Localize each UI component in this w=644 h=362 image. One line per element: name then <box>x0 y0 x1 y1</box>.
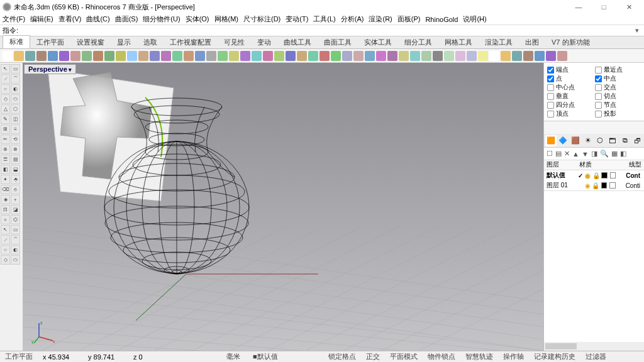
osnap-option[interactable]: 顶点 <box>547 109 594 118</box>
tool-button[interactable]: ◇ <box>1 255 10 265</box>
status-cplane[interactable]: 工作平面 <box>3 352 35 361</box>
toolbar-button[interactable] <box>127 51 137 61</box>
toolbar-button[interactable] <box>150 51 160 61</box>
layer-tool-icon[interactable]: ▼ <box>582 150 589 158</box>
toolbar-button[interactable] <box>319 51 330 61</box>
menu-item[interactable]: 分析(A) <box>341 14 364 24</box>
toolbar-tab[interactable]: 曲面工具 <box>318 36 358 48</box>
tool-button[interactable]: ○ <box>1 245 10 255</box>
toolbar-tab[interactable]: 实体工具 <box>358 36 398 48</box>
tool-button[interactable]: ⬡ <box>11 104 20 114</box>
layer-tool-icon[interactable]: ☐ <box>547 150 553 158</box>
menu-item[interactable]: 编辑(E) <box>30 14 53 24</box>
tool-button[interactable]: ⌬ <box>11 215 20 224</box>
tool-button[interactable]: ⍅ <box>11 195 20 204</box>
osnap-checkbox[interactable] <box>594 93 601 100</box>
toolbar-button[interactable] <box>501 51 511 61</box>
status-toggle[interactable]: 物件锁点 <box>425 352 458 361</box>
viewport-name-menu[interactable]: Perspective <box>24 64 76 74</box>
tool-button[interactable]: ◐ <box>11 245 20 255</box>
tool-button[interactable]: ◧ <box>1 165 10 174</box>
panel-tab-icon[interactable]: ⧉ <box>619 135 631 146</box>
toolbar-button[interactable] <box>342 51 352 61</box>
tool-button[interactable]: ⌒ <box>11 74 20 84</box>
layer-tool-icon[interactable]: ▦ <box>611 150 618 158</box>
maximize-button[interactable]: □ <box>591 0 616 14</box>
layer-header-material[interactable]: 材质 <box>579 160 608 170</box>
menu-item[interactable]: 细分物件(U) <box>143 14 180 24</box>
layer-header-linetype[interactable]: 线型 <box>608 160 644 170</box>
tool-button[interactable]: ▤ <box>11 155 20 164</box>
layer-header-name[interactable]: 图层 <box>544 160 579 170</box>
tool-button[interactable]: ○ <box>1 84 10 94</box>
tool-button[interactable]: ⟋ <box>1 74 10 84</box>
tool-button[interactable]: ⊗ <box>11 145 20 154</box>
tool-button[interactable]: ⟋ <box>1 235 10 244</box>
tool-button[interactable]: ⊕ <box>1 145 10 154</box>
menu-item[interactable]: 查看(V) <box>58 14 82 24</box>
osnap-option[interactable]: 交点 <box>594 83 642 92</box>
toolbar-button[interactable] <box>274 51 284 61</box>
osnap-option[interactable]: 四分点 <box>547 101 594 109</box>
toolbar-button[interactable] <box>512 51 522 61</box>
toolbar-tab[interactable]: 网格工具 <box>438 36 479 48</box>
osnap-option[interactable]: 垂直 <box>547 92 594 101</box>
osnap-checkbox[interactable] <box>547 93 554 100</box>
toolbar-button[interactable] <box>36 51 47 61</box>
toolbar-tab[interactable]: 工作平面 <box>30 36 70 48</box>
osnap-checkbox[interactable] <box>594 102 601 109</box>
toolbar-button[interactable] <box>263 51 273 61</box>
osnap-option[interactable]: 最近点 <box>594 65 642 74</box>
toolbar-button[interactable] <box>240 51 250 61</box>
toolbar-button[interactable] <box>252 51 262 61</box>
layer-tool-icon[interactable]: ◨ <box>591 150 597 158</box>
toolbar-button[interactable] <box>161 51 171 61</box>
toolbar-button[interactable] <box>229 51 239 61</box>
tool-button[interactable]: ◈ <box>1 195 10 204</box>
toolbar-tab[interactable]: 显示 <box>111 36 137 48</box>
menu-item[interactable]: 曲面(S) <box>115 14 138 24</box>
toolbar-tab[interactable]: 标准 <box>3 35 30 48</box>
toolbar-tab[interactable]: V7 的新功能 <box>545 36 596 48</box>
toolbar-tab[interactable]: 曲线工具 <box>277 36 318 48</box>
osnap-checkbox[interactable] <box>594 111 601 118</box>
toolbar-button[interactable] <box>14 51 24 61</box>
toolbar-button[interactable] <box>116 51 126 61</box>
tool-button[interactable]: ⊞ <box>1 124 10 134</box>
toolbar-button[interactable] <box>25 51 35 61</box>
tool-button[interactable]: ▭ <box>11 225 20 234</box>
panel-tab-icon[interactable]: 🗔 <box>607 135 618 146</box>
tool-button[interactable]: ⬭ <box>11 94 20 104</box>
osnap-option[interactable]: 切点 <box>594 92 642 101</box>
tool-button[interactable]: ⟐ <box>1 215 10 224</box>
toolbar-button[interactable] <box>467 51 477 61</box>
osnap-checkbox[interactable] <box>547 84 554 91</box>
tool-button[interactable]: ◫ <box>11 114 20 124</box>
toolbar-tab[interactable]: 出图 <box>519 36 545 48</box>
toolbar-button[interactable] <box>399 51 409 61</box>
menu-item[interactable]: RhinoGold <box>425 16 458 23</box>
toolbar-button[interactable] <box>286 51 296 61</box>
toolbar-button[interactable] <box>48 51 58 61</box>
toolbar-tab[interactable]: 渲染工具 <box>479 36 519 48</box>
horizontal-scrollbar[interactable] <box>544 342 644 351</box>
osnap-checkbox[interactable] <box>594 75 601 82</box>
osnap-checkbox[interactable] <box>594 84 601 91</box>
layer-tool-icon[interactable]: ✕ <box>564 150 570 158</box>
menu-item[interactable]: 文件(F) <box>3 14 25 24</box>
command-input[interactable] <box>21 27 633 35</box>
toolbar-button[interactable] <box>195 51 205 61</box>
toolbar-button[interactable] <box>82 51 92 61</box>
status-toggle[interactable]: 操作轴 <box>501 352 526 361</box>
tool-button[interactable]: ⬘ <box>11 175 20 184</box>
toolbar-button[interactable] <box>557 51 567 61</box>
panel-tab-icon[interactable]: ⬡ <box>595 135 606 146</box>
toolbar-button[interactable] <box>410 51 420 61</box>
tool-button[interactable]: ⟲ <box>11 134 20 144</box>
panel-tab-icon[interactable]: 🟫 <box>570 135 581 146</box>
tool-button[interactable]: ✎ <box>1 114 10 124</box>
layer-tool-icon[interactable]: ▤ <box>555 150 562 158</box>
toolbar-tab[interactable]: 变动 <box>251 36 277 48</box>
osnap-option[interactable]: 端点 <box>547 65 594 74</box>
toolbar-button[interactable] <box>387 51 397 61</box>
